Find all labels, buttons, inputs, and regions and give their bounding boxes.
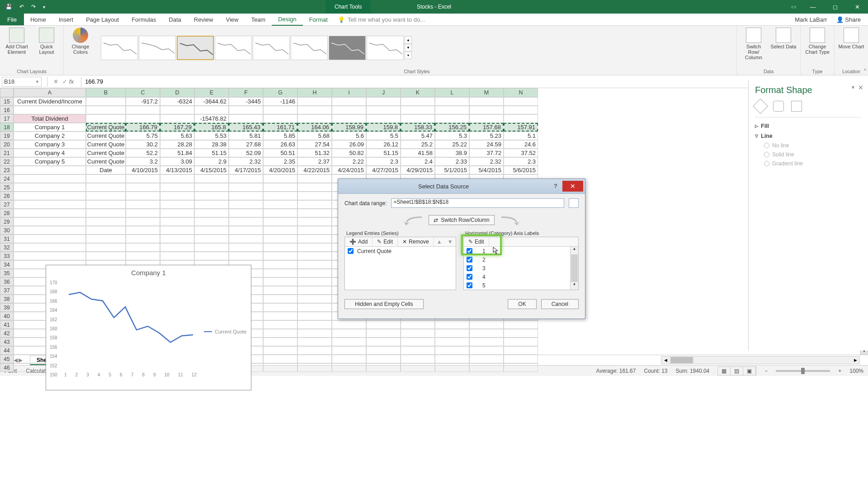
cell[interactable] (14, 200, 86, 209)
col-header[interactable]: A (14, 88, 86, 97)
cell[interactable] (297, 106, 332, 114)
cell[interactable] (332, 329, 366, 338)
cell[interactable] (504, 320, 538, 329)
cell[interactable]: 5.5 (366, 131, 401, 140)
row-header[interactable]: 38 (0, 295, 14, 303)
cell[interactable] (263, 329, 297, 338)
col-header[interactable]: G (263, 88, 297, 97)
cell[interactable] (194, 243, 229, 252)
pane-menu-icon[interactable]: ▼ (851, 85, 855, 90)
cancel-entry-icon[interactable]: ✕ (51, 78, 60, 85)
hscroll-thumb[interactable] (670, 357, 693, 363)
pane-close-icon[interactable]: ✕ (858, 84, 863, 91)
cell[interactable] (435, 114, 469, 123)
row-header[interactable]: 43 (0, 338, 14, 346)
cell[interactable] (160, 114, 194, 123)
row-header[interactable]: 37 (0, 286, 14, 295)
cell[interactable] (86, 106, 126, 114)
cell[interactable]: 4/20/2015 (263, 166, 297, 174)
cell[interactable]: Current Dividend/Income (14, 97, 86, 106)
tab-home[interactable]: Home (24, 14, 52, 25)
cell[interactable] (401, 363, 435, 372)
cell[interactable]: 4/22/2015 (297, 166, 332, 174)
cell[interactable]: 52.09 (229, 149, 263, 157)
cell[interactable] (14, 226, 86, 235)
tab-file[interactable]: File (0, 14, 24, 25)
axis-list-scrollbar[interactable]: ▲ ▼ (570, 247, 578, 290)
styles-scroll-down[interactable]: ▼ (405, 44, 412, 52)
cell[interactable]: 51.32 (297, 149, 332, 157)
cell[interactable] (86, 174, 126, 183)
cell[interactable]: 5.53 (194, 131, 229, 140)
hscroll-left-icon[interactable]: ◀ (661, 358, 670, 362)
cell[interactable] (297, 209, 332, 217)
cell[interactable] (297, 363, 332, 372)
collapse-ribbon-icon[interactable]: ^ (864, 68, 866, 73)
cell[interactable] (86, 97, 126, 106)
cell[interactable] (263, 277, 297, 286)
cell[interactable] (297, 269, 332, 277)
cell[interactable] (401, 329, 435, 338)
row-header[interactable]: 36 (0, 277, 14, 286)
col-header[interactable]: M (469, 88, 504, 97)
cell[interactable]: 5/1/2015 (435, 166, 469, 174)
cell[interactable] (229, 114, 263, 123)
cell[interactable] (160, 174, 194, 183)
cell[interactable]: 27.68 (229, 140, 263, 149)
cell[interactable]: 164.06 (297, 123, 332, 131)
cell[interactable] (332, 346, 366, 355)
row-header[interactable]: 39 (0, 303, 14, 312)
cell[interactable] (194, 106, 229, 114)
switch-row-column-button[interactable]: Switch Row/ Column (741, 28, 767, 60)
cell[interactable]: 4/13/2015 (160, 166, 194, 174)
cell[interactable]: -3445 (229, 97, 263, 106)
row-header[interactable]: 42 (0, 329, 14, 338)
cell[interactable] (194, 174, 229, 183)
cell[interactable] (435, 346, 469, 355)
tab-design[interactable]: Design (272, 14, 302, 26)
cell[interactable] (297, 329, 332, 338)
col-header[interactable]: B (86, 88, 126, 97)
cell[interactable] (435, 355, 469, 363)
cell[interactable]: 2.32 (229, 157, 263, 166)
cell[interactable]: 38.9 (435, 149, 469, 157)
row-header[interactable]: 26 (0, 192, 14, 200)
cell[interactable]: -1146 (263, 97, 297, 106)
cell[interactable] (263, 226, 297, 235)
col-header[interactable]: J (366, 88, 401, 97)
cell[interactable] (504, 355, 538, 363)
cell[interactable]: 167.29 (160, 123, 194, 131)
cell[interactable] (263, 174, 297, 183)
col-header[interactable]: N (504, 88, 538, 97)
axis-item[interactable]: 3 (464, 264, 570, 272)
cell[interactable]: 28.38 (194, 140, 229, 149)
cell[interactable] (194, 235, 229, 243)
cell[interactable] (435, 338, 469, 346)
cell[interactable]: 5.47 (401, 131, 435, 140)
cell[interactable]: 2.32 (469, 157, 504, 166)
cell[interactable] (126, 226, 160, 235)
cell[interactable] (229, 226, 263, 235)
cell[interactable] (297, 174, 332, 183)
ribbon-display-icon[interactable]: ▭ (791, 4, 796, 10)
cell[interactable]: 5.3 (435, 131, 469, 140)
row-header[interactable]: 18 (0, 123, 14, 131)
cell[interactable] (263, 295, 297, 303)
axis-item[interactable]: 5 (464, 281, 570, 290)
row-header[interactable]: 21 (0, 149, 14, 157)
axis-item[interactable]: 1 (464, 247, 570, 255)
axis-checkbox[interactable] (467, 257, 472, 263)
cell[interactable]: 4/29/2015 (401, 166, 435, 174)
cell[interactable] (86, 183, 126, 192)
edit-series-button[interactable]: ✎Edit (373, 237, 398, 246)
quick-layout-button[interactable]: Quick Layout (33, 28, 60, 55)
tell-me-search[interactable]: 💡Tell me what you want to do... (334, 14, 425, 25)
zoom-in-icon[interactable]: + (838, 368, 841, 374)
cell[interactable] (14, 243, 86, 252)
tab-insert[interactable]: Insert (52, 14, 80, 25)
cell[interactable]: 4/24/2015 (332, 166, 366, 174)
cell[interactable] (469, 97, 504, 106)
cell[interactable] (469, 363, 504, 372)
cell[interactable] (469, 338, 504, 346)
fill-section[interactable]: ▷Fill (755, 121, 862, 131)
